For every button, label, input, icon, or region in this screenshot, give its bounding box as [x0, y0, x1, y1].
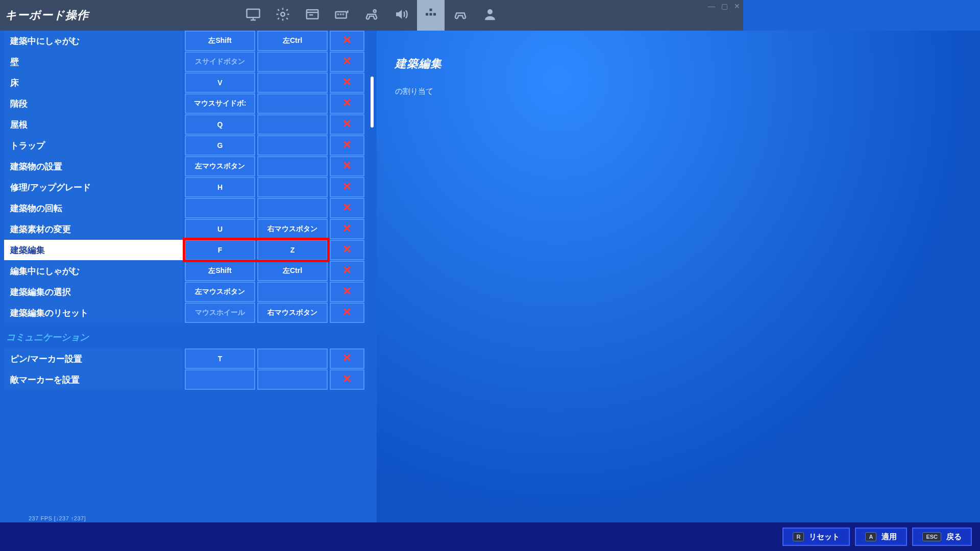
tab-person-icon[interactable]	[476, 0, 504, 31]
keybind-row[interactable]: 修理/アップグレードH	[4, 177, 373, 197]
keybind-secondary[interactable]	[257, 198, 328, 218]
tab-display-icon[interactable]	[239, 0, 267, 31]
keybind-secondary[interactable]	[257, 135, 328, 156]
keybind-row[interactable]: 壁スサイドボタン	[4, 52, 373, 72]
keybind-secondary[interactable]	[257, 72, 328, 93]
svg-rect-15	[433, 13, 436, 16]
keybind-secondary[interactable]	[257, 52, 328, 72]
keybind-primary[interactable]	[185, 369, 255, 390]
keyboard-icon	[334, 7, 350, 24]
keybind-primary[interactable]	[185, 198, 255, 218]
keybind-secondary[interactable]: 左Ctrl	[257, 31, 328, 51]
keybind-primary[interactable]: マウスホイール	[185, 303, 255, 323]
keybind-label: ピン/マーカー設置	[4, 348, 183, 369]
keybind-label: 修理/アップグレード	[4, 177, 183, 197]
tab-gear-icon[interactable]	[269, 0, 297, 31]
keybind-row[interactable]: 床V	[4, 72, 373, 93]
keybind-row[interactable]: 建築編集の選択左マウスボタン	[4, 282, 373, 302]
keybind-primary[interactable]: 左マウスボタン	[185, 156, 255, 177]
tab-speaker-icon[interactable]	[387, 0, 415, 31]
svg-point-10	[343, 14, 344, 14]
speaker-icon	[394, 7, 409, 24]
svg-point-8	[338, 14, 338, 14]
x-icon	[342, 265, 352, 277]
keybind-primary[interactable]: T	[185, 348, 255, 369]
keybind-primary[interactable]: V	[185, 72, 255, 93]
tab-controller-wrench-icon[interactable]	[358, 0, 385, 31]
keybind-secondary[interactable]	[257, 114, 328, 135]
tab-language-icon[interactable]	[299, 0, 326, 31]
x-icon	[342, 286, 352, 298]
keybind-secondary[interactable]	[257, 156, 328, 177]
x-icon	[342, 97, 352, 110]
keybind-row[interactable]: 建築編集FZ	[4, 240, 373, 260]
keybind-label: 建築編集のリセット	[4, 303, 183, 323]
keybind-secondary[interactable]	[257, 93, 328, 114]
keybind-primary[interactable]: マウスサイドボ:	[185, 93, 255, 114]
keybind-primary[interactable]: U	[185, 219, 255, 239]
keybind-label: トラップ	[4, 135, 183, 156]
scrollbar[interactable]	[371, 77, 374, 128]
keybind-clear-button[interactable]	[330, 177, 364, 197]
keybind-clear-button[interactable]	[330, 114, 364, 135]
keybind-clear-button[interactable]	[330, 31, 364, 51]
display-icon	[246, 7, 261, 24]
keybind-secondary[interactable]: 左Ctrl	[257, 261, 328, 281]
keybind-clear-button[interactable]	[330, 135, 364, 156]
keybind-row[interactable]: 建築中にしゃがむ左Shift左Ctrl	[4, 31, 373, 51]
keybind-clear-button[interactable]	[330, 369, 364, 390]
keybind-row[interactable]: ピン/マーカー設置T	[4, 348, 373, 369]
x-icon	[342, 373, 352, 386]
keybind-label: 壁	[4, 52, 183, 72]
keybind-row[interactable]: 建築物の設置左マウスボタン	[4, 156, 373, 177]
keybind-secondary[interactable]: Z	[257, 240, 328, 260]
keybind-clear-button[interactable]	[330, 52, 364, 72]
keybind-row[interactable]: 屋根Q	[4, 114, 373, 135]
keybind-primary[interactable]: Q	[185, 114, 255, 135]
keybind-secondary[interactable]	[257, 348, 328, 369]
tab-arrows-icon[interactable]	[417, 0, 445, 31]
x-icon	[342, 223, 352, 235]
person-icon	[482, 7, 498, 24]
svg-point-3	[281, 12, 285, 16]
keybind-row[interactable]: 建築編集のリセットマウスホイール右マウスボタン	[4, 303, 373, 323]
keybind-primary[interactable]: 左マウスボタン	[185, 282, 255, 302]
keybind-clear-button[interactable]	[330, 198, 364, 218]
tab-gamepad-icon[interactable]	[447, 0, 474, 31]
keybind-label: 建築物の回転	[4, 198, 183, 218]
keybind-primary[interactable]: F	[185, 240, 255, 260]
keybind-label: 建築物の設置	[4, 156, 183, 177]
keybind-clear-button[interactable]	[330, 282, 364, 302]
svg-point-11	[374, 10, 376, 12]
close-icon[interactable]: ✕	[734, 2, 740, 10]
keybind-primary[interactable]: スサイドボタン	[185, 52, 255, 72]
keybind-primary[interactable]: H	[185, 177, 255, 197]
keybind-clear-button[interactable]	[330, 240, 364, 260]
keybind-clear-button[interactable]	[330, 72, 364, 93]
keybind-clear-button[interactable]	[330, 303, 364, 323]
minimize-icon[interactable]: —	[708, 2, 715, 10]
keybind-row[interactable]: 敵マーカーを設置	[4, 369, 373, 390]
keybind-secondary[interactable]: 右マウスボタン	[257, 219, 328, 239]
maximize-icon[interactable]: ▢	[721, 2, 728, 10]
keybind-row[interactable]: 階段マウスサイドボ:	[4, 93, 373, 114]
keybind-clear-button[interactable]	[330, 348, 364, 369]
keybind-row[interactable]: 建築物の回転	[4, 198, 373, 218]
keybind-clear-button[interactable]	[330, 219, 364, 239]
svg-point-9	[340, 14, 341, 14]
keybind-primary[interactable]: G	[185, 135, 255, 156]
keybind-secondary[interactable]	[257, 282, 328, 302]
keybind-primary[interactable]: 左Shift	[185, 261, 255, 281]
keybind-primary[interactable]: 左Shift	[185, 31, 255, 51]
keybind-clear-button[interactable]	[330, 93, 364, 114]
keybind-row[interactable]: 編集中にしゃがむ左Shift左Ctrl	[4, 261, 373, 281]
tab-keyboard-icon[interactable]	[328, 0, 356, 31]
detail-desc: の割り当て	[395, 87, 743, 96]
keybind-secondary[interactable]: 右マウスボタン	[257, 303, 328, 323]
keybind-row[interactable]: トラップG	[4, 135, 373, 156]
keybind-secondary[interactable]	[257, 369, 328, 390]
keybind-row[interactable]: 建築素材の変更U右マウスボタン	[4, 219, 373, 239]
keybind-secondary[interactable]	[257, 177, 328, 197]
keybind-clear-button[interactable]	[330, 156, 364, 177]
keybind-clear-button[interactable]	[330, 261, 364, 281]
